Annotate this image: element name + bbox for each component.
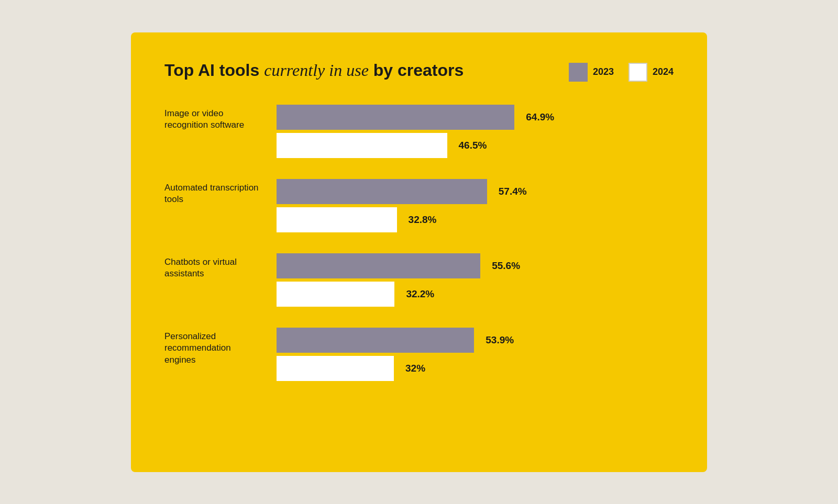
bar-2024 — [277, 356, 394, 381]
bar-2024 — [277, 133, 447, 158]
bar-label: Image or video recognition software — [164, 105, 264, 132]
bar-value-2023: 53.9% — [486, 334, 514, 346]
legend-box-2023 — [569, 63, 588, 82]
bar-label: Automated transcription tools — [164, 179, 264, 206]
bar-group: Personalized recommendation engines53.9%… — [164, 328, 674, 381]
chart-legend: 2023 2024 — [569, 63, 674, 82]
bars-wrapper: 57.4%32.8% — [277, 179, 674, 232]
bar-row-2024: 32% — [277, 356, 674, 381]
bars-wrapper: 53.9%32% — [277, 328, 674, 381]
chart-header: Top AI tools currently in use by creator… — [164, 60, 674, 82]
chart-title: Top AI tools currently in use by creator… — [164, 60, 464, 81]
bar-2024 — [277, 282, 394, 307]
bar-value-2024: 32.2% — [406, 288, 434, 300]
bar-group: Chatbots or virtual assistants55.6%32.2% — [164, 253, 674, 307]
bar-row-2024: 46.5% — [277, 133, 674, 158]
legend-box-2024 — [629, 63, 647, 82]
bar-label: Personalized recommendation engines — [164, 328, 264, 367]
chart-container: Top AI tools currently in use by creator… — [131, 32, 707, 472]
bar-row-2024: 32.8% — [277, 207, 674, 232]
bars-wrapper: 64.9%46.5% — [277, 105, 674, 158]
bar-value-2024: 32% — [405, 363, 425, 374]
bar-2023 — [277, 179, 487, 204]
bar-label: Chatbots or virtual assistants — [164, 253, 264, 281]
bar-value-2023: 57.4% — [499, 186, 527, 197]
bar-value-2024: 46.5% — [459, 140, 487, 151]
bar-row-2023: 57.4% — [277, 179, 674, 204]
bar-row-2023: 53.9% — [277, 328, 674, 353]
bar-2023 — [277, 253, 480, 278]
bar-row-2024: 32.2% — [277, 282, 674, 307]
title-text-1: Top AI tools — [164, 61, 264, 80]
bars-wrapper: 55.6%32.2% — [277, 253, 674, 307]
bar-value-2023: 55.6% — [492, 260, 520, 272]
legend-label-2024: 2024 — [653, 66, 674, 77]
bar-value-2023: 64.9% — [526, 111, 554, 123]
legend-label-2023: 2023 — [593, 66, 614, 77]
bar-row-2023: 55.6% — [277, 253, 674, 278]
bar-2024 — [277, 207, 397, 232]
bar-group: Automated transcription tools57.4%32.8% — [164, 179, 674, 232]
title-italic: currently in use — [264, 61, 369, 80]
bar-2023 — [277, 105, 514, 130]
bar-group: Image or video recognition software64.9%… — [164, 105, 674, 158]
chart-body: Image or video recognition software64.9%… — [164, 105, 674, 381]
title-text-2: by creators — [369, 61, 464, 80]
bar-2023 — [277, 328, 474, 353]
bar-value-2024: 32.8% — [409, 214, 437, 226]
bar-row-2023: 64.9% — [277, 105, 674, 130]
legend-item-2024: 2024 — [629, 63, 674, 82]
legend-item-2023: 2023 — [569, 63, 614, 82]
